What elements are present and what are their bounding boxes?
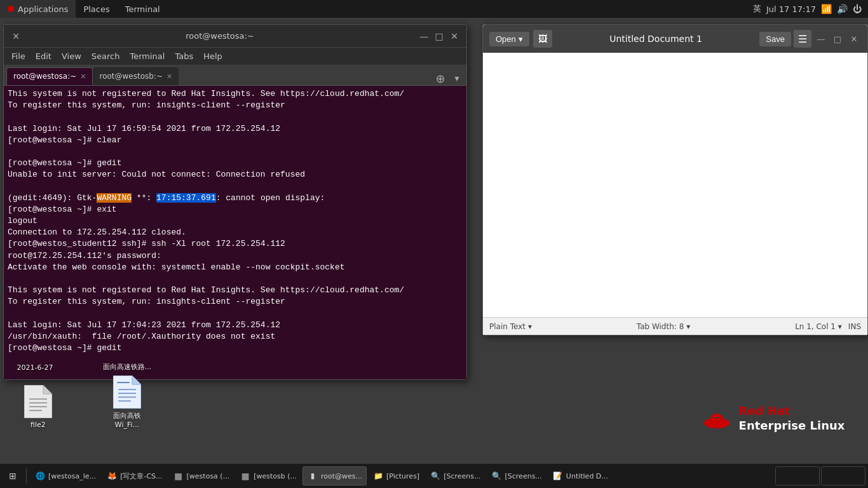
terminal-body[interactable]: This system is not registered to Red Hat…: [4, 86, 466, 379]
browser-icon: 🌐: [34, 470, 46, 482]
gedit-plain-text[interactable]: Plain Text ▾: [489, 322, 532, 331]
gedit-save-button[interactable]: Save: [759, 32, 791, 46]
menu-tabs[interactable]: Tabs: [170, 48, 198, 65]
doc-icon-label: 面向高铁Wi_Fi...: [102, 411, 153, 429]
taskbar-screenshot2-label: [Screens...: [505, 472, 542, 480]
taskbar-westosa-paren-label: [westosa (...: [187, 472, 230, 480]
gedit-hamburger-button[interactable]: ☰: [794, 30, 811, 48]
desktop: ✕ root@westosa:~ — □ ✕ File Edit View Se…: [0, 18, 868, 464]
gedit-minimize-btn[interactable]: —: [814, 32, 828, 46]
taskbar-pictures-label: [Pictures]: [386, 472, 419, 480]
show-desktop-btn[interactable]: ⊞: [3, 466, 23, 485]
terminal-close-btn[interactable]: ✕: [9, 29, 23, 43]
terminal-icon-2: ■: [240, 470, 251, 482]
taskbar-westosb-paren-label: [westosb (...: [254, 472, 297, 480]
terminal-menubar: File Edit View Search Terminal Tabs Help: [4, 48, 466, 65]
taskbar-separator: [26, 468, 27, 484]
terminal-title: root@westosa:~: [23, 31, 417, 41]
menu-view[interactable]: View: [57, 48, 86, 65]
gedit-taskbar-icon: 📝: [552, 470, 564, 482]
show-desktop-icon: ⊞: [7, 470, 18, 482]
folder-icon: 📁: [372, 470, 384, 482]
taskbar-untitled-doc[interactable]: 📝 Untitled D...: [548, 466, 613, 485]
terminal-minimize-btn[interactable]: —: [417, 29, 431, 43]
gedit-photo-button[interactable]: 🖼: [533, 30, 552, 48]
gedit-statusbar: Plain Text ▾ Tab Width: 8 ▾ Ln 1, Col 1 …: [483, 317, 867, 335]
places-menu[interactable]: Places: [76, 0, 117, 18]
desktop-file2-icon[interactable]: file2: [13, 384, 64, 429]
taskbar-xie-wen-zhang[interactable]: 🦊 [写文章-CS...: [102, 466, 166, 485]
taskbar-empty-2[interactable]: [821, 466, 865, 485]
top-bar: Applications Places Terminal 英 Jul 17 17…: [0, 0, 868, 18]
terminal-maximize-btn[interactable]: □: [432, 29, 446, 43]
taskbar: ⊞ 🌐 [westosa_le... 🦊 [写文章-CS... ■ [westo…: [0, 464, 868, 488]
terminal-win-buttons: ✕: [9, 29, 23, 43]
svg-rect-1: [710, 418, 724, 424]
new-tab-btn[interactable]: ⊕: [433, 71, 447, 85]
taskbar-westosa-paren[interactable]: ■ [westosa (...: [168, 466, 234, 485]
terminal-tab-1[interactable]: root@westosa:~ ✕: [6, 67, 93, 85]
volume-icon: 🔊: [837, 4, 848, 14]
doc-icon-image: [112, 374, 142, 410]
taskbar-screenshot1[interactable]: 🔍 [Screens...: [425, 466, 485, 485]
gedit-window: Open ▾ 🖼 Untitled Document 1 Save ☰ — □ …: [482, 24, 868, 336]
firefox-icon: 🦊: [106, 470, 118, 482]
desktop-item2-date: 面向高速铁路...: [98, 362, 156, 372]
gedit-titlebar: Open ▾ 🖼 Untitled Document 1 Save ☰ — □ …: [483, 25, 867, 53]
tab-menu-btn[interactable]: ▾: [450, 71, 464, 85]
menu-search[interactable]: Search: [86, 48, 125, 65]
taskbar-screenshot1-label: [Screens...: [444, 472, 480, 480]
terminal-icon-3: ▮: [307, 470, 318, 482]
terminal-icon-1: ■: [173, 470, 184, 482]
taskbar-right: [775, 466, 865, 485]
gedit-title: Untitled Document 1: [552, 34, 760, 44]
terminal-content: This system is not registered to Red Hat…: [8, 88, 463, 354]
taskbar-pictures[interactable]: 📁 [Pictures]: [368, 466, 424, 485]
tab-width-dropdown-icon: ▾: [686, 322, 690, 331]
cursor-position[interactable]: Ln 1, Col 1 ▾: [795, 322, 842, 331]
svg-marker-3: [43, 385, 52, 394]
redhat-enterprise-linux-logo: Red HatEnterprise Linux: [677, 399, 868, 437]
gedit-open-button[interactable]: Open ▾: [489, 32, 529, 46]
terminal-tab-2[interactable]: root@westosb:~ ✕: [93, 67, 179, 85]
menu-help[interactable]: Help: [198, 48, 227, 65]
lang-indicator[interactable]: 英: [753, 3, 761, 15]
file2-icon-image: [23, 384, 53, 419]
gedit-close-btn[interactable]: ✕: [847, 32, 861, 46]
applications-label: Applications: [18, 4, 68, 14]
menu-terminal[interactable]: Terminal: [125, 48, 170, 65]
taskbar-westosb-paren[interactable]: ■ [westosb (...: [235, 466, 301, 485]
terminal-menu[interactable]: Terminal: [118, 0, 168, 18]
open-dropdown-icon: ▾: [519, 34, 523, 44]
topbar-right: 英 Jul 17 17:17 📶 🔊 ⏻: [753, 3, 868, 15]
tab2-close[interactable]: ✕: [166, 72, 172, 81]
gedit-titlebar-left: Open ▾ 🖼: [489, 30, 552, 48]
applications-menu[interactable]: Applications: [0, 0, 76, 18]
plain-text-dropdown-icon: ▾: [528, 322, 532, 331]
taskbar-screenshot2[interactable]: 🔍 [Screens...: [487, 466, 546, 485]
tab1-close[interactable]: ✕: [80, 72, 86, 81]
insert-mode: INS: [848, 322, 861, 331]
taskbar-root-westosa[interactable]: ▮ root@wes...: [302, 466, 367, 485]
taskbar-untitled-label: Untitled D...: [566, 472, 608, 480]
gedit-maximize-btn[interactable]: □: [831, 32, 844, 46]
redhat-text: Red HatEnterprise Linux: [739, 403, 845, 433]
menu-file[interactable]: File: [6, 48, 31, 65]
terminal-tab-actions: ⊕ ▾: [433, 71, 464, 85]
topbar-left: Applications Places Terminal: [0, 0, 168, 18]
cursor-pos-dropdown-icon: ▾: [838, 322, 842, 331]
taskbar-westosa-le[interactable]: 🌐 [westosa_le...: [30, 466, 100, 485]
gedit-editor-area[interactable]: [483, 53, 867, 317]
gedit-cursor-info: Ln 1, Col 1 ▾ INS: [795, 322, 861, 331]
desktop-doc-icon[interactable]: 面向高铁Wi_Fi...: [102, 374, 153, 429]
taskbar-xie-label: [写文章-CS...: [120, 471, 162, 481]
taskbar-empty-1[interactable]: [775, 466, 820, 485]
redhat-logo-svg: [701, 405, 733, 431]
gedit-tab-width[interactable]: Tab Width: 8 ▾: [637, 322, 691, 331]
terminal-tabs: root@westosa:~ ✕ root@westosb:~ ✕ ⊕ ▾: [4, 65, 466, 86]
terminal-titlebar: ✕ root@westosa:~ — □ ✕: [4, 25, 466, 48]
svg-marker-9: [132, 376, 141, 384]
terminal-close-btn2[interactable]: ✕: [447, 29, 461, 43]
taskbar-westosa-le-label: [westosa_le...: [48, 472, 96, 480]
menu-edit[interactable]: Edit: [31, 48, 57, 65]
